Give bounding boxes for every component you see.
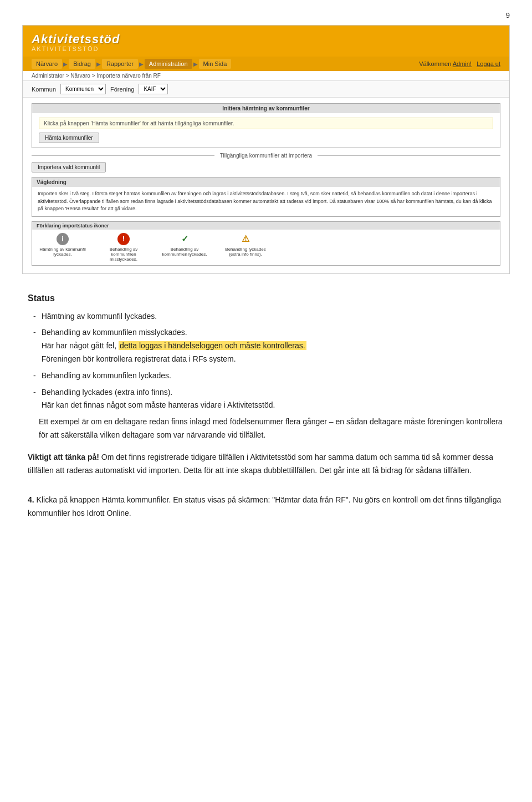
icon-red-label: Behandling av kommunfilen misslyckades.: [99, 247, 149, 262]
icon-red: !: [117, 233, 130, 245]
bullet4-before: Behandling lyckades (extra info finns).H…: [42, 388, 275, 410]
nav-label-narvaro: Närvaro: [36, 60, 58, 67]
icon-yellow: ⚠: [239, 233, 252, 245]
bullet-dash-2: -: [33, 326, 36, 366]
bullet-text-4: Behandling lyckades (extra info finns).H…: [42, 386, 504, 413]
bullet-text-3: Behandling av kommunfilen lyckades.: [42, 369, 504, 383]
divider-line-right: [318, 155, 500, 156]
kommun-label: Kommun: [32, 86, 56, 93]
nav-label-bidrag: Bidrag: [73, 60, 91, 67]
section-4: 4. Klicka på knappen Hämta kommunfiler. …: [28, 494, 504, 520]
doc-content: Status - Hämtning av kommunfil lyckades.…: [22, 291, 510, 521]
bullet-item-2: - Behandling av kommunfilen misslyckades…: [28, 326, 504, 366]
bullet-dash-1: -: [33, 310, 36, 323]
icon-green: ✓: [178, 233, 191, 245]
bullet2-after: Föreningen bör kontrollera registrerat d…: [42, 354, 236, 363]
icons-box: Förklaring importstatus ikoner i Hämtnin…: [32, 221, 500, 266]
icon-item-yellow: ⚠ Behandling lyckades (extra info finns)…: [221, 233, 270, 262]
bullet-item-3: - Behandling av kommunfilen lyckades.: [28, 369, 504, 383]
main-content: Initiera hämtning av kommunfiler Klicka …: [23, 98, 509, 273]
logout-link[interactable]: Logga ut: [477, 60, 500, 67]
extra-paragraph: Ett exempel är om en deltagare redan fin…: [28, 415, 504, 442]
guidance-title: Vägledning: [32, 177, 500, 187]
user-link[interactable]: Admin!: [453, 60, 472, 67]
icon-gray-label: Hämtning av kommunfil lyckades.: [38, 247, 88, 257]
bullet-item-1: - Hämtning av kommunfil lyckades.: [28, 310, 504, 323]
import-section: Tillgängliga kommunfiler att importera I…: [32, 153, 500, 172]
guidance-box: Vägledning Importen sker i två steg. I f…: [32, 177, 500, 217]
forening-label: Förening: [110, 86, 134, 93]
nav-arrow-1: ▶: [63, 61, 68, 67]
initiate-info: Klicka på knappen 'Hämta kommunfiler' fö…: [39, 118, 493, 129]
nav-user: Välkommen Admin! Logga ut: [419, 60, 500, 67]
page-number: 9: [22, 11, 510, 19]
nav-arrow-2: ▶: [96, 61, 101, 67]
icon-item-green: ✓ Behandling av kommunfilen lyckades.: [160, 233, 209, 262]
icon-item-gray: i Hämtning av kommunfil lyckades.: [38, 233, 88, 262]
guidance-text: Importen sker i två steg. I första stege…: [32, 187, 500, 216]
welcome-text: Välkommen: [419, 60, 451, 67]
import-divider-row: Tillgängliga kommunfiler att importera: [32, 153, 500, 159]
nav-bar: Närvaro ▶ Bidrag ▶ Rapporter ▶ Administr…: [23, 57, 509, 71]
section-4-number: 4.: [28, 495, 34, 504]
nav-item-bidrag[interactable]: Bidrag: [69, 59, 95, 69]
bullet-dash-3: -: [33, 369, 36, 383]
status-section-title: Status: [28, 291, 504, 306]
hamta-kommunfiler-button[interactable]: Hämta kommunfiler: [39, 133, 99, 143]
nav-items: Närvaro ▶ Bidrag ▶ Rapporter ▶ Administr…: [32, 59, 231, 69]
icon-green-label: Behandling av kommunfilen lyckades.: [160, 247, 209, 257]
icons-row: i Hämtning av kommunfil lyckades. ! Beha…: [32, 230, 500, 265]
importera-kommunfil-button[interactable]: Importera vald kommunfil: [32, 162, 106, 172]
icon-yellow-label: Behandling lyckades (extra info finns).: [221, 247, 270, 257]
app-logo: Aktivitetsstöd: [32, 32, 500, 47]
icon-item-red: ! Behandling av kommunfilen misslyckades…: [99, 233, 149, 262]
icons-title: Förklaring importstatus ikoner: [32, 222, 500, 230]
divider-label: Tillgängliga kommunfiler att importera: [214, 153, 318, 159]
nav-arrow-3: ▶: [139, 61, 144, 67]
bullet-item-4: - Behandling lyckades (extra info finns)…: [28, 386, 504, 413]
nav-item-narvaro[interactable]: Närvaro: [32, 59, 62, 69]
kommun-select[interactable]: Kommunen: [60, 84, 106, 94]
divider-line-left: [32, 155, 214, 156]
bullet2-highlight: detta loggas i händelseloggen och måste …: [119, 341, 306, 350]
bullet-text-1: Hämtning av kommunfil lyckades.: [42, 310, 504, 323]
nav-item-administration[interactable]: Administration: [145, 59, 192, 69]
initiate-title: Initiera hämtning av kommunfiler: [32, 104, 500, 113]
breadcrumb: Administrator > Närvaro > Importera närv…: [23, 71, 509, 81]
app-header: Aktivitetsstöd AKTIVITETSSTÖD: [23, 26, 509, 57]
section-4-text: Klicka på knappen Hämta kommunfiler. En …: [28, 495, 501, 517]
icon-gray: i: [57, 233, 69, 245]
bullet-dash-4: -: [33, 386, 36, 413]
nav-arrow-4: ▶: [193, 61, 198, 67]
important-note: Viktigt att tänka på! Om det finns regis…: [28, 451, 504, 478]
nav-item-rapporter[interactable]: Rapporter: [102, 59, 138, 69]
nav-label-administration: Administration: [149, 60, 188, 67]
forening-select[interactable]: KAIF: [139, 84, 168, 94]
initiate-section: Initiera hämtning av kommunfiler Klicka …: [32, 103, 500, 148]
nav-item-minsida[interactable]: Min Sida: [199, 59, 232, 69]
bullet-text-2: Behandling av kommunfilen misslyckades.H…: [42, 326, 504, 366]
screenshot-container: Aktivitetsstöd AKTIVITETSSTÖD Närvaro ▶ …: [22, 25, 510, 274]
nav-label-minsida: Min Sida: [203, 60, 227, 67]
important-bold: Viktigt att tänka på!: [28, 453, 99, 461]
nav-label-rapporter: Rapporter: [106, 60, 134, 67]
initiate-inner: Klicka på knappen 'Hämta kommunfiler' fö…: [32, 113, 500, 148]
toolbar-row: Kommun Kommunen Förening KAIF: [23, 81, 509, 98]
